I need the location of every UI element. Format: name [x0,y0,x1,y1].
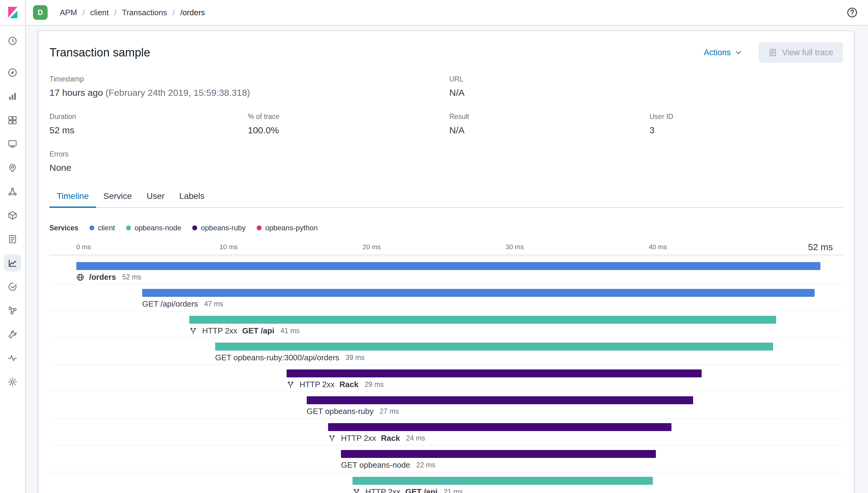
span-prefix: HTTP 2xx [202,326,237,336]
timeline-axis: 0 ms10 ms20 ms30 ms40 ms52 ms [49,239,843,255]
help-icon[interactable] [846,6,858,19]
services-legend: Services clientopbeans-nodeopbeans-rubyo… [49,223,843,232]
transaction-sample-panel: Transaction sample Actions View full tra… [38,30,854,493]
graph-icon[interactable] [4,302,21,319]
timestamp-value: 17 hours ago (February 24th 2019, 15:59:… [49,88,449,98]
devtools-icon[interactable] [4,326,21,343]
legend-label: opbeans-node [134,223,181,232]
tab-service[interactable]: Service [96,191,139,207]
axis-tick-label: 40 ms [649,243,667,251]
waterfall-item[interactable]: HTTP 2xxRack29 ms [49,365,843,392]
span-duration: 47 ms [204,300,224,308]
top-bar: D APM/client/Transactions//orders [0,0,868,26]
axis-tick-label: 10 ms [219,243,238,251]
recent-clock-icon[interactable] [4,33,21,49]
canvas-icon[interactable] [4,135,21,152]
chevron-down-icon [734,48,743,57]
legend-item-opbeans-node: opbeans-node [126,223,181,232]
span-name: GET /api [405,487,437,493]
span-duration: 21 ms [443,488,463,493]
breadcrumb-separator: / [172,8,174,17]
pct-of-trace-field: % of trace 100.0% [248,112,449,135]
span-label: GET /api/orders47 ms [142,299,224,309]
infrastructure-icon[interactable] [4,207,21,224]
axis-tick-label: 30 ms [506,243,524,251]
breadcrumb-item[interactable]: client [90,8,109,17]
actions-menu-button[interactable]: Actions [704,48,743,57]
span-bar [76,262,820,270]
span-label: HTTP 2xxRack24 ms [328,433,425,443]
duration-field: Duration 52 ms [49,112,248,135]
branch-icon [353,488,360,493]
legend-item-client: client [89,223,115,232]
span-bar [307,396,693,404]
waterfall-item[interactable]: GET opbeans-ruby27 ms [49,392,843,419]
timestamp-detail: (February 24th 2019, 15:59:38.318) [105,88,250,98]
main-content: Transaction sample Actions View full tra… [26,0,868,493]
timestamp-field: Timestamp 17 hours ago (February 24th 20… [49,75,449,98]
visualize-icon[interactable] [4,88,21,105]
span-duration: 22 ms [416,461,436,469]
result-field: Result N/A [449,112,650,135]
span-label: /orders52 ms [76,273,141,282]
breadcrumb-item: /orders [181,8,205,17]
waterfall-item[interactable]: GET opbeans-node22 ms [49,446,843,473]
span-name: GET opbeans-ruby [307,407,374,416]
management-gear-icon[interactable] [4,373,21,390]
dashboard-icon[interactable] [4,112,21,129]
legend-label: opbeans-ruby [201,223,246,232]
span-duration: 41 ms [280,327,300,335]
tab-timeline[interactable]: Timeline [49,191,96,207]
legend-dot [126,226,131,230]
span-prefix: HTTP 2xx [341,433,376,443]
span-bar [142,289,815,297]
view-full-trace-label: View full trace [782,48,833,57]
logs-icon[interactable] [4,231,21,248]
waterfall-item[interactable]: HTTP 2xxGET /api41 ms [49,312,843,338]
tab-labels[interactable]: Labels [172,191,212,207]
span-name: Rack [339,380,358,389]
timestamp-label: Timestamp [49,75,449,83]
uptime-icon[interactable] [4,278,21,295]
span-label: GET opbeans-ruby:3000/api/orders39 ms [215,353,365,362]
breadcrumb-separator: / [114,8,116,17]
result-value: N/A [449,125,650,135]
waterfall-item[interactable]: GET opbeans-ruby:3000/api/orders39 ms [49,338,843,365]
span-bar [353,477,653,485]
axis-total-duration: 52 ms [808,242,833,252]
span-prefix: HTTP 2xx [299,380,335,389]
waterfall-item[interactable]: GET /api/orders47 ms [49,285,843,312]
axis-tick-label: 0 ms [76,243,91,251]
view-full-trace-button[interactable]: View full trace [759,42,843,63]
span-duration: 24 ms [406,434,425,442]
span-duration: 29 ms [364,381,384,389]
url-value: N/A [449,88,650,98]
span-label: HTTP 2xxGET /api41 ms [189,326,299,336]
waterfall-item[interactable]: /orders52 ms [49,258,843,285]
duration-value: 52 ms [49,125,248,135]
discover-icon[interactable] [4,64,21,81]
span-name: /orders [89,273,116,282]
sidebar-nav [0,33,25,390]
tab-user[interactable]: User [139,191,172,207]
waterfall-item[interactable]: HTTP 2xxRack24 ms [49,419,843,446]
monitoring-icon[interactable] [4,350,21,367]
span-duration: 27 ms [380,407,399,415]
space-avatar[interactable]: D [33,5,48,20]
breadcrumb: APM/client/Transactions//orders [60,8,205,17]
apm-icon[interactable] [4,254,21,272]
span-bar [215,343,774,350]
span-name: GET /api [242,326,274,336]
maps-icon[interactable] [4,159,21,176]
help-circle-icon [847,7,858,18]
tabs: TimelineServiceUserLabels [49,191,843,208]
breadcrumb-item[interactable]: APM [60,8,77,17]
kibana-logo[interactable] [0,0,26,25]
breadcrumb-item[interactable]: Transactions [122,8,167,17]
waterfall-item[interactable]: HTTP 2xxGET /api21 ms [49,473,843,493]
kibana-logo-icon [5,5,20,20]
span-bar [341,450,656,458]
span-name: GET opbeans-node [341,460,410,470]
span-duration: 52 ms [122,273,141,281]
machine-learning-icon[interactable] [4,183,21,200]
